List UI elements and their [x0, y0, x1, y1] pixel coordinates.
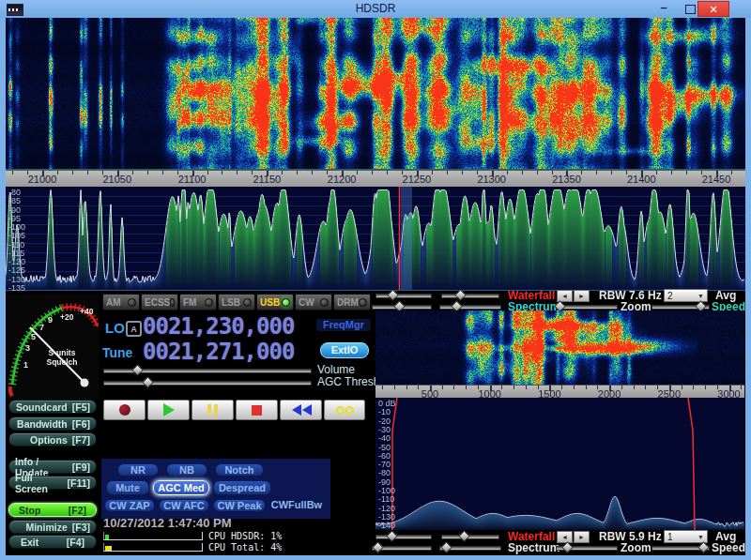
agc-threshold-label: AGC Thresh.	[317, 375, 383, 388]
scale-tick	[596, 171, 597, 174]
pause-button[interactable]	[192, 400, 234, 420]
cw-zap-button[interactable]: CW ZAP	[104, 499, 155, 512]
mode-drm-button[interactable]: DRM	[333, 294, 371, 310]
rf-zoom-slider[interactable]	[556, 302, 618, 310]
tune-frequency-value[interactable]: 0021,271,000	[143, 339, 294, 365]
mode-cw-led-icon	[320, 298, 329, 307]
af-frequency-scale[interactable]: 50010001500200025003000	[376, 385, 744, 398]
bandwidth-button[interactable]: Bandwidth[F6]	[8, 416, 97, 431]
extio-button[interactable]: ExtIO	[320, 342, 369, 358]
exit-button[interactable]: Exit[F4]	[8, 535, 97, 549]
scale-tick	[147, 171, 148, 174]
volume-slider[interactable]	[103, 366, 312, 374]
title-bar[interactable]: HDSDR – ✕	[0, 0, 751, 18]
volume-slider-thumb[interactable]	[131, 364, 144, 376]
close-window-button[interactable]: ✕	[697, 1, 729, 17]
af-zoom-slider[interactable]	[556, 543, 618, 552]
stop-button[interactable]: Stop[F2]	[8, 503, 97, 517]
rf-waterfall-brightness-slider[interactable]	[376, 291, 432, 299]
af-spectrum-range-slider[interactable]	[439, 543, 501, 552]
mute-button[interactable]: Mute	[106, 480, 149, 495]
options-button[interactable]: Options[F7]	[8, 432, 97, 446]
mode-ecss-button[interactable]: ECSS	[141, 294, 178, 310]
af-zoom-thumb[interactable]	[561, 541, 574, 553]
loop-button[interactable]	[324, 400, 365, 420]
s-meter[interactable]: 1 3 5 7 9 +20 +40 S-units Squelch	[6, 294, 99, 400]
rf-spectrum-display[interactable]	[6, 187, 745, 291]
mode-am-button[interactable]: AM	[102, 294, 140, 310]
scale-tick	[312, 171, 313, 174]
cw-afc-button[interactable]: CW AFC	[159, 499, 209, 512]
af-speed-slider[interactable]	[651, 543, 710, 552]
af-speed-thumb[interactable]	[697, 541, 710, 553]
mode-am-label: AM	[106, 297, 121, 308]
mode-fm-led-icon	[205, 298, 213, 307]
minimize-window-button[interactable]: –	[651, 1, 676, 17]
freqmgr-button[interactable]: FreqMgr	[316, 319, 371, 331]
af-spectrum-range-thumb[interactable]	[440, 541, 452, 553]
rf-waterfall-contrast-slider[interactable]	[441, 291, 499, 299]
lo-frequency-value[interactable]: 0021,230,000	[143, 313, 294, 340]
record-button[interactable]	[103, 400, 146, 420]
rf-waterfall-brightness-thumb[interactable]	[387, 289, 399, 301]
mode-lsb-button[interactable]: LSB	[218, 294, 255, 310]
af-waterfall-contrast-slider[interactable]	[441, 532, 499, 540]
mode-am-led-icon	[128, 298, 136, 307]
exit-label: Exit	[21, 537, 38, 548]
stop-playback-button[interactable]	[236, 400, 278, 420]
agc-med-button[interactable]: AGC Med	[153, 480, 209, 495]
af-waterfall-brightness-slider[interactable]	[376, 532, 432, 540]
mode-usb-button[interactable]: USB	[256, 294, 294, 310]
rf-speed-slider[interactable]	[651, 302, 710, 310]
scale-tick	[72, 171, 73, 174]
nb-button[interactable]: NB	[166, 463, 207, 477]
db-tick-label: -140	[378, 522, 395, 530]
agc-slider-thumb[interactable]	[142, 376, 154, 388]
soundcard-button[interactable]: Soundcard[F5]	[8, 400, 97, 414]
rewind-button[interactable]	[280, 400, 322, 420]
scale-tick	[87, 171, 88, 174]
cw-peak-button[interactable]: CW Peak	[213, 499, 266, 512]
af-spectrum-ref-slider[interactable]	[372, 543, 432, 552]
agc-threshold-slider[interactable]	[103, 378, 312, 386]
cw-fullbw-button[interactable]: CWFullBw	[268, 499, 326, 512]
bandwidth-key: [F6]	[72, 418, 90, 430]
af-waterfall-display[interactable]	[376, 310, 744, 385]
play-button[interactable]	[147, 400, 190, 420]
rf-waterfall-display[interactable]	[6, 18, 745, 170]
stop-playback-icon	[252, 405, 262, 416]
mode-ecss-led-icon	[170, 298, 175, 307]
af-zoom-label: Zoom	[621, 541, 651, 554]
minimize-button[interactable]: Minimize[F3]	[8, 520, 97, 534]
full-screen-button[interactable]: Full Screen[F11]	[8, 476, 97, 490]
rf-frequency-scale[interactable]: 2100021050211002115021200212502130021350…	[6, 170, 745, 187]
af-avg-select[interactable]: 1▼	[664, 530, 708, 543]
rf-spectrum-range-slider[interactable]	[439, 302, 501, 310]
scale-tick	[513, 386, 514, 389]
af-spectrum-ref-thumb[interactable]	[373, 541, 385, 553]
scale-tick	[611, 171, 612, 174]
scale-tick-label: 21000	[28, 174, 57, 185]
nr-button[interactable]: NR	[117, 463, 159, 477]
soundcard-key: [F5]	[72, 401, 90, 413]
rewind-icon	[291, 404, 312, 416]
rf-waterfall-contrast-thumb[interactable]	[455, 289, 467, 301]
scale-tick	[522, 171, 523, 174]
mode-cw-button[interactable]: CW	[295, 294, 332, 310]
rf-spectrum-ref-slider[interactable]	[372, 302, 432, 310]
af-spectrum-display[interactable]	[376, 398, 744, 530]
notch-button[interactable]: Notch	[215, 463, 264, 477]
af-waterfall-contrast-thumb[interactable]	[458, 530, 470, 542]
db-tick-label: -110	[378, 495, 394, 504]
mode-fm-button[interactable]: FM	[179, 294, 217, 310]
af-rbw-increase-button[interactable]: ►	[574, 531, 590, 543]
scale-tick	[501, 386, 502, 389]
volume-label: Volume	[317, 363, 355, 376]
scale-tick	[466, 386, 467, 389]
rf-rbw-increase-button[interactable]: ►	[574, 290, 590, 302]
af-waterfall-brightness-thumb[interactable]	[386, 530, 398, 542]
scale-tick	[462, 171, 463, 174]
despread-button[interactable]: Despread	[213, 480, 271, 495]
lo-lock-toggle[interactable]: A	[126, 321, 142, 337]
scale-tick-label: 21400	[627, 174, 656, 185]
